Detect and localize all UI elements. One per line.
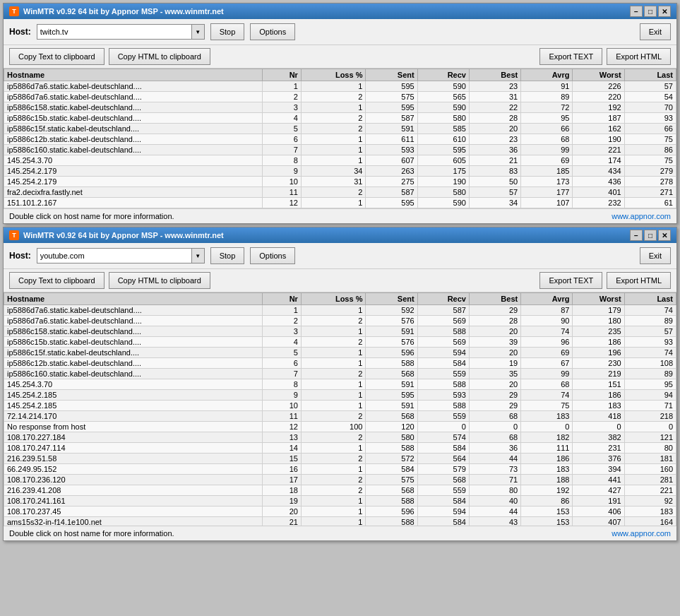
- exit-button-1[interactable]: Exit: [640, 23, 671, 40]
- table-row[interactable]: ip5886c15b.static.kabel-deutschland....4…: [4, 337, 676, 348]
- copy-text-button-1[interactable]: Copy Text to clipboard: [9, 48, 105, 65]
- table-row[interactable]: ip5886c158.static.kabel-deutschland....3…: [4, 326, 676, 337]
- table-cell: 108: [624, 358, 676, 369]
- table-cell: 80: [469, 485, 520, 496]
- exit-button-2[interactable]: Exit: [640, 247, 671, 264]
- table-row[interactable]: ip5886c12b.static.kabel-deutschland....6…: [4, 358, 676, 369]
- minimize-button-1[interactable]: −: [630, 6, 643, 17]
- table-row[interactable]: 151.101.2.1671215955903410723261: [4, 198, 676, 208]
- table-cell: 69: [521, 155, 573, 166]
- table-row[interactable]: 145.254.2.17993426317583185434279: [4, 166, 676, 177]
- table-cell: 61: [624, 198, 676, 208]
- table-row[interactable]: 108.170.236.12017257556871188441281: [4, 475, 676, 485]
- table-row[interactable]: ip5886c15f.static.kabel-deutschland....5…: [4, 124, 676, 134]
- table-cell: 596: [366, 507, 417, 517]
- table-cell: 3: [262, 102, 301, 113]
- table-row[interactable]: 216.239.51.5815257256444186376181: [4, 454, 676, 464]
- table-cell: 1: [301, 326, 366, 337]
- table-row[interactable]: 145.254.3.7081591588206815195: [4, 379, 676, 390]
- table-cell: 569: [417, 316, 469, 326]
- table-cell: 31: [469, 92, 520, 102]
- table-cell: 588: [417, 401, 469, 411]
- table-row[interactable]: 216.239.41.20818256855980192427221: [4, 485, 676, 496]
- table-row[interactable]: ip5886d7a6.static.kabel-deutschland....1…: [4, 81, 676, 92]
- table-row[interactable]: 108.170.227.18413258057468182382121: [4, 432, 676, 443]
- table-cell: 382: [573, 432, 624, 443]
- table-row[interactable]: 145.254.2.185101591588297518371: [4, 401, 676, 411]
- table-cell: 145.254.2.179: [4, 177, 263, 187]
- table-row[interactable]: ip5886c160.static.kabel-deutschland....7…: [4, 369, 676, 379]
- copy-html-button-1[interactable]: Copy HTML to clipboard: [109, 48, 210, 65]
- table-row[interactable]: ip5886c15b.static.kabel-deutschland....4…: [4, 113, 676, 124]
- table-cell: 585: [417, 124, 469, 134]
- table-row[interactable]: ip5886c12b.static.kabel-deutschland....6…: [4, 134, 676, 145]
- table-row[interactable]: 108.170.241.161191588584408619192: [4, 496, 676, 507]
- table-cell: 80: [624, 443, 676, 454]
- table-cell: 36: [469, 145, 520, 155]
- table-cell: 121: [624, 432, 676, 443]
- table-cell: 145.254.3.70: [4, 155, 263, 166]
- table-cell: 188: [521, 475, 573, 485]
- table-row[interactable]: ip5886c158.static.kabel-deutschland....3…: [4, 102, 676, 113]
- table-row[interactable]: ip5886d7a6.static.kabel-deutschland....2…: [4, 316, 676, 326]
- table-cell: 145.254.2.185: [4, 401, 263, 411]
- table-row[interactable]: ip5886d7a6.static.kabel-deutschland....2…: [4, 92, 676, 102]
- stop-button-1[interactable]: Stop: [210, 23, 245, 40]
- table-cell: 21: [469, 155, 520, 166]
- stop-button-2[interactable]: Stop: [210, 247, 245, 264]
- table-cell: 575: [366, 92, 417, 102]
- export-html-button-2[interactable]: Export HTML: [607, 272, 671, 289]
- host-dropdown-btn-2[interactable]: ▼: [192, 248, 205, 263]
- table-row[interactable]: 108.170.247.1141415885843611123180: [4, 443, 676, 454]
- table-row[interactable]: fra2.decixfra.fastly.net1125875805717740…: [4, 187, 676, 198]
- table-cell: 6: [262, 134, 301, 145]
- table-cell: 12: [262, 422, 301, 432]
- table-row[interactable]: 145.254.2.179103127519050173436278: [4, 177, 676, 187]
- copy-html-button-2[interactable]: Copy HTML to clipboard: [109, 272, 210, 289]
- maximize-button-1[interactable]: □: [644, 6, 657, 17]
- table-cell: 68: [521, 134, 573, 145]
- minimize-button-2[interactable]: −: [630, 230, 643, 241]
- table-row[interactable]: ams15s32-in-f14.1e100.net211588584431534…: [4, 517, 676, 526]
- table-cell: 190: [417, 177, 469, 187]
- status-bar-1: Double click on host name for more infor…: [4, 208, 676, 223]
- close-button-1[interactable]: ✕: [658, 6, 671, 17]
- table-row[interactable]: ip5886d7a6.static.kabel-deutschland....1…: [4, 305, 676, 316]
- table-row[interactable]: 66.249.95.15216158457973183394160: [4, 464, 676, 475]
- host-input-2[interactable]: [37, 248, 192, 263]
- export-html-button-1[interactable]: Export HTML: [607, 48, 671, 65]
- table-row[interactable]: ip5886c160.static.kabel-deutschland....7…: [4, 145, 676, 155]
- table-cell: 4: [262, 113, 301, 124]
- table-cell: 590: [417, 198, 469, 208]
- table-cell: 71: [624, 401, 676, 411]
- options-button-2[interactable]: Options: [250, 247, 295, 264]
- host-input-1[interactable]: [37, 24, 192, 40]
- maximize-button-2[interactable]: □: [644, 230, 657, 241]
- status-url-2[interactable]: www.appnor.com: [612, 529, 671, 538]
- table-cell: 13: [262, 432, 301, 443]
- close-button-2[interactable]: ✕: [658, 230, 671, 241]
- table-cell: 192: [573, 102, 624, 113]
- table-row[interactable]: ip5886c15f.static.kabel-deutschland....5…: [4, 348, 676, 358]
- col-last-2: Last: [624, 293, 676, 305]
- table-cell: 8: [262, 379, 301, 390]
- table-row[interactable]: No response from host1210012000000: [4, 422, 676, 432]
- copy-text-button-2[interactable]: Copy Text to clipboard: [9, 272, 105, 289]
- table-row[interactable]: 145.254.2.18591595593297418694: [4, 390, 676, 401]
- table-row[interactable]: 72.14.214.17011256855968183418218: [4, 411, 676, 422]
- table-cell: 68: [469, 411, 520, 422]
- table-cell: 108.170.247.114: [4, 443, 263, 454]
- table-row[interactable]: 145.254.3.7081607605216917475: [4, 155, 676, 166]
- table-cell: 559: [417, 369, 469, 379]
- host-dropdown-btn-1[interactable]: ▼: [192, 24, 205, 40]
- col-loss-1: Loss %: [301, 69, 366, 81]
- table-row[interactable]: 108.170.237.4520159659444153406183: [4, 507, 676, 517]
- export-text-button-2[interactable]: Export TEXT: [539, 272, 602, 289]
- table-cell: 93: [624, 113, 676, 124]
- table-cell: 20: [469, 326, 520, 337]
- status-url-1[interactable]: www.appnor.com: [612, 212, 671, 220]
- options-button-1[interactable]: Options: [250, 23, 295, 40]
- table-cell: 153: [521, 507, 573, 517]
- table-cell: 588: [366, 443, 417, 454]
- export-text-button-1[interactable]: Export TEXT: [539, 48, 602, 65]
